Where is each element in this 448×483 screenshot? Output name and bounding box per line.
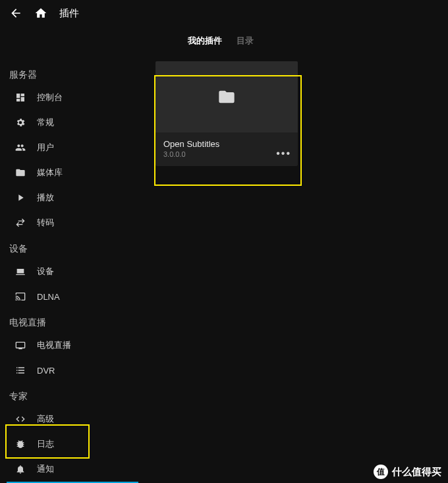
sidebar-item-dvr[interactable]: DVR [7,358,138,383]
folder-icon [14,167,26,179]
top-bar: 插件 [0,0,448,26]
sidebar-item-transcode[interactable]: 转码 [7,210,138,235]
watermark-badge: 值 [374,465,388,479]
sidebar-item-label: 电视直播 [37,339,71,351]
sidebar-item-dashboard[interactable]: 控制台 [7,85,138,110]
input-icon [14,291,26,302]
gear-icon [14,117,26,128]
bell-icon [14,463,26,475]
sidebar-item-users[interactable]: 用户 [7,135,138,160]
page-title: 插件 [59,7,79,20]
sidebar-item-library[interactable]: 媒体库 [7,160,138,185]
sidebar-item-advanced[interactable]: 高级 [7,407,138,432]
laptop-icon [14,266,26,277]
sidebar-item-label: 用户 [37,142,54,154]
sidebar-item-logs[interactable]: 日志 [7,432,138,457]
code-icon [14,413,26,425]
home-icon [34,7,47,20]
sidebar-item-playback[interactable]: 播放 [7,185,138,210]
tv-icon [14,339,26,351]
plugin-more-button[interactable]: ••• [276,148,291,159]
sidebar-item-label: 转码 [37,217,54,229]
sidebar-item-general[interactable]: 常规 [7,110,138,135]
arrow-left-icon [9,7,22,20]
sidebar-section-livetv: 电视直播 [7,309,138,333]
tab-catalog[interactable]: 目录 [237,36,254,49]
sidebar-item-label: 常规 [37,117,54,128]
sidebar-item-label: 媒体库 [37,167,63,179]
watermark: 值 什么值得买 [374,465,441,479]
sidebar-section-devices: 设备 [7,235,138,259]
plugin-name: Open Subtitles [163,139,290,149]
swap-icon [14,217,26,229]
sidebar-item-livetv[interactable]: 电视直播 [7,333,138,358]
people-icon [14,142,26,154]
sidebar-item-label: DVR [37,366,55,376]
sidebar-item-dlna[interactable]: DLNA [7,284,138,309]
plugin-version: 3.0.0.0 [163,150,290,158]
sidebar-item-label: 设备 [37,266,54,277]
sidebar-item-notifications[interactable]: 通知 [7,457,138,482]
back-button[interactable] [9,7,22,20]
sidebar-item-label: 控制台 [37,92,63,103]
plugin-card[interactable]: Open Subtitles 3.0.0.0 ••• [155,61,298,166]
sidebar-item-label: 播放 [37,192,54,204]
list-icon [14,364,26,376]
sidebar-item-label: 日志 [37,438,54,450]
tab-my-plugins[interactable]: 我的插件 [188,36,222,49]
plugin-thumbnail [155,61,298,132]
tabs: 我的插件 目录 [138,36,303,49]
sidebar-item-devices[interactable]: 设备 [7,259,138,284]
sidebar-section-expert: 专家 [7,383,138,407]
play-icon [14,192,26,204]
sidebar: 服务器 控制台 常规 用户 媒体库 播放 转码 设备 设备 [0,61,138,483]
watermark-text: 什么值得买 [392,466,441,478]
sidebar-item-label: 高级 [37,413,54,425]
sidebar-section-server: 服务器 [7,61,138,85]
bug-icon [14,438,26,450]
folder-icon [217,88,236,106]
content-area: Open Subtitles 3.0.0.0 ••• [138,61,448,483]
dashboard-icon [14,92,26,103]
sidebar-item-label: 通知 [37,463,54,475]
sidebar-item-label: DLNA [37,292,60,302]
home-button[interactable] [34,7,47,20]
